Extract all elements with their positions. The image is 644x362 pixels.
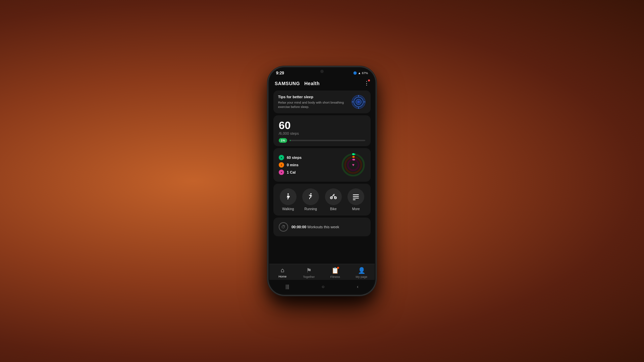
phone-device: 9:29 🔵 ▲ 67% SAMSUNG Health ⋮ bbox=[268, 67, 376, 295]
cal-dot: ● bbox=[279, 170, 284, 175]
running-icon bbox=[307, 193, 315, 201]
app-title-prefix: SAMSUNG bbox=[275, 81, 300, 86]
cal-stat-label: Cal bbox=[290, 170, 296, 174]
cal-stat-text: 1 Cal bbox=[287, 170, 296, 174]
shortcut-running[interactable]: Running bbox=[302, 188, 319, 211]
activity-card[interactable]: ● 60 steps ● 0 mins ● bbox=[273, 148, 371, 182]
android-back[interactable]: ‹ bbox=[350, 283, 365, 291]
mins-stat-value: 0 bbox=[287, 163, 289, 167]
running-button[interactable] bbox=[302, 188, 319, 205]
menu-badge bbox=[368, 79, 370, 81]
nav-home[interactable]: ⌂ Home bbox=[269, 267, 296, 279]
steps-progress-row: 1% bbox=[279, 138, 365, 143]
android-recent[interactable]: ||| bbox=[279, 283, 296, 291]
activity-stats: ● 60 steps ● 0 mins ● bbox=[279, 155, 302, 175]
steps-progress-fill bbox=[290, 140, 290, 141]
home-icon: ⌂ bbox=[281, 267, 284, 274]
tips-text: Tips for better sleep Relax your mind an… bbox=[278, 95, 348, 109]
android-nav: ||| ○ ‹ bbox=[269, 280, 375, 294]
walking-button[interactable] bbox=[280, 188, 297, 205]
tips-title: Tips for better sleep bbox=[278, 95, 348, 99]
workouts-text: 00:00:00 Workouts this week bbox=[291, 225, 339, 229]
nav-together[interactable]: ⚑ Together bbox=[296, 267, 322, 279]
steps-stat-value: 60 bbox=[287, 156, 291, 160]
status-time: 9:29 bbox=[276, 71, 284, 75]
svg-rect-21 bbox=[353, 194, 359, 195]
fitness-badge bbox=[337, 267, 339, 269]
svg-text:♥: ♥ bbox=[352, 163, 354, 167]
shortcuts-grid: Walking Running bbox=[277, 188, 367, 211]
mypage-label: My page bbox=[356, 275, 367, 279]
walking-label: Walking bbox=[282, 207, 294, 211]
status-icons: 🔵 ▲ 67% bbox=[353, 71, 368, 75]
running-label: Running bbox=[305, 207, 317, 211]
steps-card[interactable]: 60 /6,000 steps 1% bbox=[273, 115, 371, 146]
more-icon bbox=[352, 193, 360, 201]
svg-rect-24 bbox=[353, 199, 356, 200]
together-label: Together bbox=[303, 275, 315, 279]
battery-icon: 67% bbox=[362, 71, 368, 75]
workouts-time: 00:00:00 bbox=[291, 225, 306, 229]
steps-stat-label: steps bbox=[292, 156, 302, 160]
bike-icon bbox=[329, 193, 337, 201]
activity-rings: ♥ bbox=[341, 153, 365, 177]
shortcut-bike[interactable]: Bike bbox=[325, 188, 342, 211]
nav-fitness[interactable]: 📋 Fitness bbox=[322, 267, 348, 279]
steps-progress-bar bbox=[290, 140, 365, 141]
menu-button[interactable]: ⋮ bbox=[364, 80, 369, 86]
nav-mypage[interactable]: 👤 My page bbox=[348, 267, 375, 279]
steps-goal: /6,000 steps bbox=[279, 131, 365, 135]
steps-stat-text: 60 steps bbox=[287, 156, 302, 160]
app-header: SAMSUNG Health ⋮ bbox=[269, 77, 375, 88]
tips-sleep-icon bbox=[351, 95, 366, 109]
app-title-suffix: Health bbox=[304, 81, 320, 86]
steps-dot: ● bbox=[279, 155, 284, 160]
android-home[interactable]: ○ bbox=[315, 283, 331, 291]
camera-notch bbox=[320, 70, 324, 73]
steps-count: 60 bbox=[279, 120, 365, 131]
shortcut-more[interactable]: More bbox=[347, 188, 364, 211]
cal-stat-value: 1 bbox=[287, 170, 289, 174]
fitness-label: Fitness bbox=[330, 275, 340, 279]
svg-point-20 bbox=[333, 194, 334, 195]
bottom-nav: ⌂ Home ⚑ Together 📋 Fitness 👤 My page bbox=[269, 264, 375, 280]
rings-svg: ♥ bbox=[341, 153, 365, 177]
svg-point-3 bbox=[357, 101, 360, 103]
home-label: Home bbox=[278, 275, 286, 278]
svg-rect-23 bbox=[353, 198, 359, 198]
svg-point-15 bbox=[352, 153, 354, 155]
tips-description: Relax your mind and body with short brea… bbox=[278, 100, 348, 109]
together-icon: ⚑ bbox=[306, 267, 312, 274]
more-label: More bbox=[352, 207, 360, 211]
wifi-icon: ▲ bbox=[358, 71, 361, 75]
activity-mins: ● 0 mins bbox=[279, 162, 302, 168]
bluetooth-icon: 🔵 bbox=[353, 71, 357, 75]
bike-label: Bike bbox=[330, 207, 336, 211]
mypage-icon: 👤 bbox=[358, 267, 365, 274]
mins-stat-label: mins bbox=[290, 163, 299, 167]
phone-screen: 9:29 🔵 ▲ 67% SAMSUNG Health ⋮ bbox=[269, 68, 375, 294]
app-title: SAMSUNG Health bbox=[275, 81, 320, 86]
svg-point-16 bbox=[287, 193, 289, 195]
steps-percent: 1% bbox=[279, 138, 287, 143]
walking-icon bbox=[284, 193, 292, 201]
bike-button[interactable] bbox=[325, 188, 342, 205]
activity-steps: ● 60 steps bbox=[279, 155, 302, 160]
mins-dot: ● bbox=[279, 162, 284, 168]
workouts-card[interactable]: ⏱ 00:00:00 Workouts this week bbox=[273, 218, 371, 236]
scroll-content[interactable]: Tips for better sleep Relax your mind an… bbox=[269, 88, 375, 264]
shortcut-walking[interactable]: Walking bbox=[280, 188, 297, 211]
mins-stat-text: 0 mins bbox=[287, 163, 299, 167]
workouts-timer-icon: ⏱ bbox=[279, 222, 288, 232]
svg-rect-22 bbox=[353, 196, 359, 197]
tips-card[interactable]: Tips for better sleep Relax your mind an… bbox=[273, 90, 371, 113]
shortcuts-card: Walking Running bbox=[273, 184, 371, 216]
activity-cal: ● 1 Cal bbox=[279, 170, 302, 175]
more-button[interactable] bbox=[347, 188, 364, 205]
svg-point-17 bbox=[310, 193, 312, 195]
